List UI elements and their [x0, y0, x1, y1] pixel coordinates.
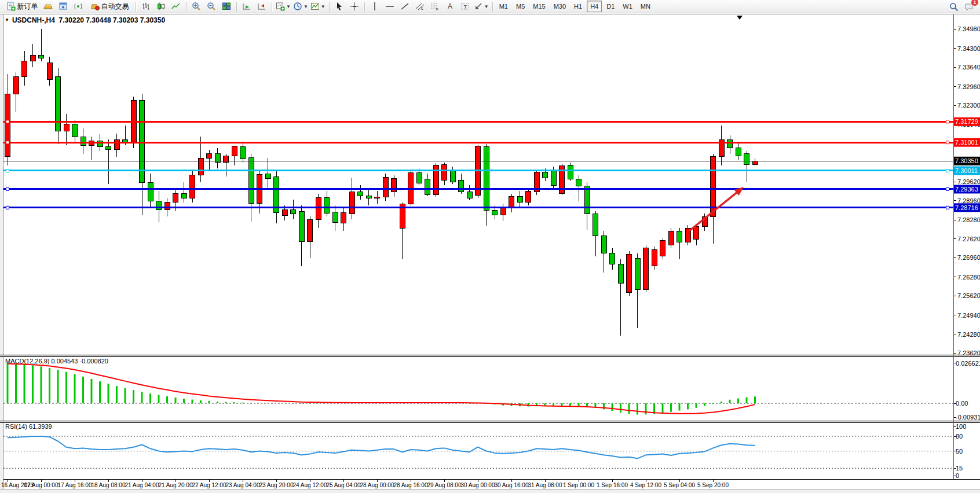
tf-button-D1[interactable]: D1 — [603, 1, 618, 12]
svg-text:7.33640: 7.33640 — [957, 64, 980, 71]
chart-canvas[interactable]: 7.349807.343007.336407.329607.323007.316… — [0, 13, 980, 493]
svg-text:7.24280: 7.24280 — [957, 331, 980, 338]
ohlc-values: 7.30220 7.30448 7.30203 7.30350 — [59, 16, 166, 24]
svg-text:7.28280: 7.28280 — [957, 216, 980, 223]
svg-text:7.31729: 7.31729 — [955, 118, 978, 125]
separ — [272, 2, 272, 12]
ohlc-bars-icon — [141, 2, 151, 11]
tf-button-H1[interactable]: H1 — [571, 1, 586, 12]
period-button[interactable]: ▼ — [292, 0, 309, 13]
separ — [364, 2, 365, 12]
auto-scroll-button[interactable] — [240, 0, 254, 13]
svg-text:E: E — [421, 7, 423, 10]
svg-text:25 Aug 04:00: 25 Aug 04:00 — [327, 482, 361, 488]
svg-text:7.30011: 7.30011 — [955, 167, 978, 174]
search-button[interactable] — [947, 1, 961, 13]
tf-button-M30[interactable]: M30 — [550, 1, 569, 12]
text-a-icon: A — [445, 2, 455, 11]
add-indicator-button[interactable]: ▼ — [275, 0, 291, 13]
separ — [236, 2, 237, 12]
crosshair-tool-button[interactable] — [348, 0, 361, 13]
zoom-out-icon — [207, 2, 216, 11]
line-chart-mode-button[interactable] — [169, 0, 183, 13]
tf-button-W1[interactable]: W1 — [619, 1, 636, 12]
candlestick-icon — [156, 2, 166, 11]
notifications-button[interactable]: 1 — [962, 1, 976, 13]
add-indicator-icon — [276, 2, 285, 11]
svg-text:5 Sep 04:00: 5 Sep 04:00 — [664, 482, 695, 488]
auto-trading-button[interactable]: 自动交易 — [86, 0, 133, 13]
svg-text:7.26960: 7.26960 — [957, 254, 980, 261]
svg-text:7.29620: 7.29620 — [957, 178, 980, 185]
channel-tool-button[interactable]: E — [413, 0, 427, 13]
svg-text:7.26280: 7.26280 — [957, 274, 980, 281]
timeframe-group: M1M5M15M30H1H4D1W1MN — [495, 1, 654, 12]
chart-shift-icon — [257, 2, 266, 11]
new-order-button[interactable]: 新订单 — [4, 0, 40, 13]
svg-text:1 Sep 16:00: 1 Sep 16:00 — [597, 482, 628, 488]
tf-button-M1[interactable]: M1 — [496, 1, 511, 12]
svg-text:7.34300: 7.34300 — [957, 45, 980, 52]
chart-title: ▼USDCNH-,H4 7.30220 7.30448 7.30203 7.30… — [5, 16, 165, 24]
trendline-icon — [400, 2, 409, 11]
svg-text:21 Aug 04:00: 21 Aug 04:00 — [125, 482, 159, 488]
navigator-button[interactable] — [56, 0, 70, 13]
svg-text:50: 50 — [956, 448, 963, 455]
svg-text:7.25620: 7.25620 — [957, 292, 980, 299]
fibonacci-tool-button[interactable]: F — [428, 0, 442, 13]
candlestick-mode-button[interactable] — [154, 0, 168, 13]
svg-text:7.28716: 7.28716 — [955, 204, 978, 211]
cursor-tool-button[interactable] — [332, 0, 346, 13]
auto-scroll-icon — [242, 2, 251, 11]
line-chart-icon — [171, 2, 181, 11]
separ — [492, 2, 493, 12]
dropdown-caret-icon: ▼ — [286, 4, 291, 9]
crosshair-icon — [350, 2, 359, 11]
svg-text:7.30350: 7.30350 — [955, 157, 978, 164]
auto-trading-icon — [90, 2, 100, 11]
tf-button-MN[interactable]: MN — [637, 1, 654, 12]
text-tool-button[interactable]: A — [443, 0, 457, 13]
svg-text:1 Sep 00:00: 1 Sep 00:00 — [563, 482, 594, 488]
market-watch-button[interactable] — [41, 0, 55, 13]
svg-text:7.32300: 7.32300 — [957, 102, 980, 109]
tf-button-M15[interactable]: M15 — [529, 1, 548, 12]
svg-text:4 Sep 12:00: 4 Sep 12:00 — [630, 482, 661, 488]
svg-text:A: A — [448, 2, 452, 10]
gold-ingot-icon — [43, 2, 53, 11]
svg-text:7.31001: 7.31001 — [955, 139, 978, 146]
svg-text:7.27620: 7.27620 — [957, 236, 980, 242]
svg-text:7.24940: 7.24940 — [957, 312, 980, 319]
tile-windows-button[interactable] — [220, 0, 233, 13]
notification-badge: 1 — [971, 0, 978, 6]
label-tool-button[interactable]: T — [458, 0, 472, 13]
separ — [329, 2, 330, 12]
mt4-window: 新订单 自动交易 — [0, 0, 980, 493]
bar-chart-mode-button[interactable] — [139, 0, 153, 13]
svg-text:100: 100 — [956, 423, 966, 430]
svg-text:7.32960: 7.32960 — [957, 83, 980, 90]
rsi-indicator-label: RSI(14) 61.3939 — [5, 423, 52, 430]
horizontal-line-tool-button[interactable] — [383, 0, 397, 13]
svg-text:28 Aug 00:00: 28 Aug 00:00 — [360, 482, 394, 488]
zoom-out-button[interactable] — [204, 0, 218, 13]
zoom-in-button[interactable] — [189, 0, 203, 13]
svg-text:0.00: 0.00 — [956, 400, 968, 407]
svg-text:T: T — [463, 4, 467, 10]
vertical-line-tool-button[interactable] — [368, 0, 382, 13]
new-order-icon — [6, 2, 16, 11]
tf-button-H4[interactable]: H4 — [587, 1, 602, 12]
signal-button[interactable] — [71, 0, 85, 13]
svg-text:5 Sep 20:00: 5 Sep 20:00 — [697, 482, 729, 488]
clock-icon — [293, 2, 302, 11]
arrows-tool-button[interactable]: ▼ — [473, 0, 489, 13]
chart-shift-button[interactable] — [255, 0, 269, 13]
tf-button-M5[interactable]: M5 — [513, 1, 528, 12]
trendline-tool-button[interactable] — [398, 0, 412, 13]
one-click-trading-arrow-icon[interactable]: ▼ — [5, 17, 9, 23]
svg-text:-0.009314: -0.009314 — [956, 414, 980, 421]
svg-text:18 Aug 08:00: 18 Aug 08:00 — [92, 482, 126, 488]
navigator-window-icon — [58, 2, 68, 11]
template-button[interactable]: ▼ — [310, 0, 326, 13]
dropdown-caret-icon: ▼ — [321, 4, 326, 9]
